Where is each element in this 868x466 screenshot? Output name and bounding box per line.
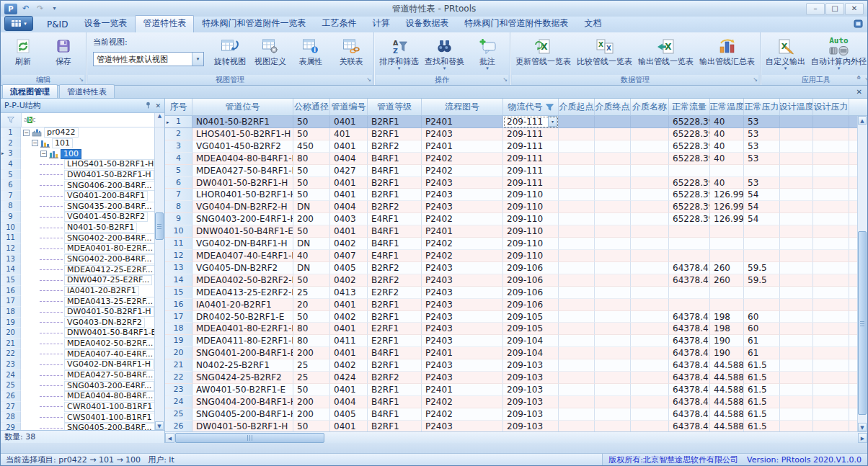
table-cell[interactable]: 64378.41 <box>669 323 710 335</box>
table-cell[interactable]: DR0402-50-B2RF1-E <box>192 311 293 323</box>
table-cell[interactable] <box>813 165 849 177</box>
table-cell[interactable] <box>631 335 669 347</box>
table-cell[interactable] <box>631 177 669 189</box>
table-cell[interactable] <box>813 238 849 250</box>
table-cell[interactable] <box>559 262 595 274</box>
table-cell[interactable]: 59.5 <box>744 274 780 287</box>
table-cell[interactable] <box>780 262 813 274</box>
column-header-1[interactable]: 管道位号 <box>192 99 293 115</box>
table-cell[interactable]: 50 <box>293 225 330 238</box>
filter-funnel-icon[interactable] <box>546 104 554 111</box>
column-header-4[interactable]: 管道等级 <box>368 99 422 115</box>
table-cell[interactable] <box>813 153 849 165</box>
chart-export-button[interactable]: 输出管线汇总表 <box>696 34 758 66</box>
table-cell[interactable]: DN <box>293 201 330 213</box>
table-cell[interactable] <box>780 347 813 359</box>
table-cell[interactable]: 0401 <box>330 225 368 238</box>
table-cell[interactable]: 209-110 <box>503 201 559 213</box>
tree-node[interactable]: MDEA0413-25-E2RF... <box>21 296 164 307</box>
table-cell[interactable] <box>631 238 669 250</box>
table-row[interactable]: 14MDEA0402-50-B2RF2-E500402B2RF2P2403209… <box>165 274 858 287</box>
table-cell[interactable]: 209-106 <box>503 299 559 311</box>
table-row[interactable]: 4MDEA0404-80-B4RF1-E800404B4RF1P2402209-… <box>165 153 858 165</box>
table-cell[interactable] <box>595 116 631 128</box>
table-cell[interactable] <box>559 299 595 311</box>
table-cell[interactable]: 209-111 <box>503 165 559 177</box>
table-cell[interactable]: P2402 <box>422 165 503 177</box>
table-cell[interactable]: MDEA0407-40-E4RF1-E <box>192 250 293 262</box>
application-menu-button[interactable]: ▾ <box>4 16 33 31</box>
table-cell[interactable]: 0402 <box>330 238 368 250</box>
tree-node-label[interactable]: DW0401-50-B2RF1-H <box>64 307 154 317</box>
table-cell[interactable] <box>813 421 849 431</box>
table-cell[interactable]: DNW0401-50-B4RF1-E <box>192 225 293 238</box>
table-cell[interactable]: 209-110 <box>503 213 559 225</box>
tree-node[interactable]: LHOS401-50-B2RF1-H <box>21 159 164 170</box>
table-cell[interactable] <box>813 140 849 153</box>
table-cell[interactable] <box>559 238 595 250</box>
tree-node-label[interactable]: VG0401-200-B4RF1 <box>64 191 148 201</box>
tree-node-label[interactable]: MDEA0407-40-E4RF... <box>64 349 156 359</box>
table-cell[interactable]: 0405 <box>330 408 368 421</box>
table-cell[interactable]: MDEA0413-25-E2RF2-H <box>192 287 293 299</box>
expander-icon[interactable]: − <box>32 140 38 146</box>
table-cell[interactable]: 0411 <box>330 335 368 347</box>
tree-node-label[interactable]: DNW0401-50-B4RF1-E <box>64 328 159 338</box>
table-row[interactable]: ▸1N0401-50-B2RF1500401B2RF1P2401209-111▾… <box>165 116 858 128</box>
table-cell[interactable] <box>595 213 631 225</box>
table-cell[interactable] <box>631 165 669 177</box>
tree-node-label[interactable]: MDEA0401-80-E2RF... <box>64 243 156 254</box>
table-cell[interactable]: 0402 <box>330 274 368 287</box>
scroll-left-icon[interactable]: ◀ <box>165 433 174 443</box>
table-cell[interactable] <box>595 347 631 359</box>
column-header-2[interactable]: 公称通径 <box>293 99 330 115</box>
column-header-9[interactable]: 介质名称 <box>631 99 669 115</box>
table-cell[interactable] <box>669 299 710 311</box>
table-cell[interactable]: 53 <box>744 153 780 165</box>
minimize-button[interactable]: – <box>806 3 825 15</box>
table-cell[interactable]: P2403 <box>422 335 503 347</box>
table-cell[interactable]: 209-111 <box>503 153 559 165</box>
dialog-launcher-icon[interactable]: ↘ <box>864 76 868 84</box>
table-cell[interactable]: SNG0404-200-B4RF1-H <box>192 396 293 408</box>
table-vertical-scrollbar[interactable]: ▲ ▼ <box>857 116 867 431</box>
table-cell[interactable]: 60 <box>744 311 780 323</box>
maximize-button[interactable]: □ <box>825 3 844 15</box>
window-restore-icon[interactable] <box>854 19 863 30</box>
filter-funnel-icon[interactable] <box>1 113 22 127</box>
table-cell[interactable]: 209-103 <box>503 408 559 421</box>
table-cell[interactable]: B4RF1 <box>368 347 422 359</box>
table-cell[interactable] <box>780 225 813 238</box>
table-cell[interactable]: E2RF1 <box>368 335 422 347</box>
table-cell[interactable] <box>780 213 813 225</box>
table-cell[interactable]: 44.588... <box>710 384 744 396</box>
table-cell[interactable]: IA0401-20-B2RF1 <box>192 299 293 311</box>
table-cell[interactable]: 209-111 <box>503 177 559 189</box>
current-view-combobox[interactable]: 管道特性表默认视图▾ <box>93 52 204 66</box>
table-cell[interactable]: P2401 <box>422 347 503 359</box>
table-cell[interactable] <box>631 287 669 299</box>
table-cell[interactable]: 61.5 <box>744 421 780 431</box>
table-cell[interactable]: 61.5 <box>744 372 780 384</box>
sort-filter-button[interactable]: AZ排序和筛选▾ <box>376 34 422 71</box>
close-button[interactable]: ✕ <box>845 3 864 15</box>
table-cell[interactable] <box>595 408 631 421</box>
tree-node[interactable]: MDEA0401-80-E2RF... <box>21 243 164 254</box>
tree-node-label[interactable]: SNG0435-200-B4RF... <box>64 202 155 212</box>
table-cell[interactable] <box>631 213 669 225</box>
table-cell[interactable]: N0401-50-B2RF1 <box>192 116 293 128</box>
table-cell[interactable]: P2402 <box>422 408 503 421</box>
table-cell[interactable]: 126.99... <box>710 213 744 225</box>
hscroll-thumb[interactable] <box>175 433 324 443</box>
table-row[interactable]: 23AW0401-50-B2RF1-E500401B2RF1P2401209-1… <box>165 384 858 396</box>
table-cell[interactable]: MDEA0401-80-E2RF1-E <box>192 323 293 335</box>
table-cell[interactable] <box>559 359 595 372</box>
table-cell[interactable]: P2402 <box>422 250 503 262</box>
table-cell[interactable] <box>631 274 669 287</box>
table-cell[interactable]: 401 <box>330 128 368 140</box>
tree-node-label[interactable]: SNG0405-200-B4RF... <box>64 423 155 430</box>
table-row[interactable]: 21N0402-25-B2RF1250402B2RF1P2403209-1036… <box>165 359 858 372</box>
table-cell[interactable] <box>669 238 710 250</box>
table-cell[interactable]: 64378.41 <box>669 335 710 347</box>
table-cell[interactable]: 54 <box>744 189 780 201</box>
